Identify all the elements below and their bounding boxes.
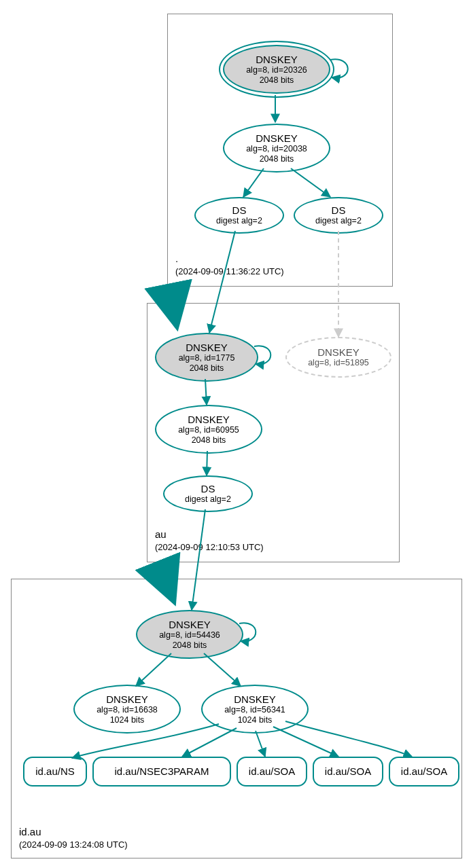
au-ksk-sub1: alg=8, id=1775 xyxy=(179,353,235,363)
root-ds2-sub1: digest alg=2 xyxy=(315,216,362,225)
au-ghost-key: DNSKEY alg=8, id=51895 xyxy=(285,337,391,378)
idau-ksk: DNSKEY alg=8, id=54436 2048 bits xyxy=(136,610,243,659)
rr-ns: id.au/NS xyxy=(23,757,87,786)
rr-soa3: id.au/SOA xyxy=(389,757,459,786)
au-ds-title: DS xyxy=(201,483,215,494)
au-ds: DS digest alg=2 xyxy=(163,475,253,512)
au-ksk: DNSKEY alg=8, id=1775 2048 bits xyxy=(155,333,258,382)
au-ksk-sub2: 2048 bits xyxy=(190,363,224,373)
zone-au-timestamp: (2024-09-09 12:10:53 UTC) xyxy=(155,542,264,552)
idau-zsk2: DNSKEY alg=8, id=56341 1024 bits xyxy=(201,685,309,734)
rr-nsec3-label: id.au/NSEC3PARAM xyxy=(115,765,209,777)
root-ds1-title: DS xyxy=(232,204,247,216)
au-ksk-title: DNSKEY xyxy=(186,342,228,353)
rr-soa2: id.au/SOA xyxy=(313,757,383,786)
zone-idau-timestamp: (2024-09-09 13:24:08 UTC) xyxy=(19,839,128,850)
rr-soa3-label: id.au/SOA xyxy=(401,765,447,777)
au-ghost-sub1: alg=8, id=51895 xyxy=(308,358,369,367)
idau-zsk2-title: DNSKEY xyxy=(234,693,276,705)
zone-root-timestamp: (2024-09-09 11:36:22 UTC) xyxy=(175,266,284,276)
idau-zsk1-sub2: 1024 bits xyxy=(110,715,145,725)
au-ds-sub1: digest alg=2 xyxy=(185,494,231,504)
idau-ksk-title: DNSKEY xyxy=(169,619,211,630)
root-ds2-title: DS xyxy=(332,204,346,216)
rr-soa1-label: id.au/SOA xyxy=(249,765,295,777)
rr-soa1: id.au/SOA xyxy=(237,757,307,786)
au-ghost-title: DNSKEY xyxy=(317,346,360,358)
au-zsk-sub2: 2048 bits xyxy=(192,435,226,445)
root-zsk: DNSKEY alg=8, id=20038 2048 bits xyxy=(223,124,330,173)
idau-ksk-sub2: 2048 bits xyxy=(173,640,207,650)
root-ksk-sub2: 2048 bits xyxy=(260,75,294,85)
rr-nsec3param: id.au/NSEC3PARAM xyxy=(92,757,231,786)
idau-zsk2-sub2: 1024 bits xyxy=(238,715,273,725)
root-ds1-sub1: digest alg=2 xyxy=(216,216,262,225)
root-ksk-title: DNSKEY xyxy=(256,54,298,65)
root-zsk-sub1: alg=8, id=20038 xyxy=(246,144,307,153)
au-zsk-sub1: alg=8, id=60955 xyxy=(178,425,239,435)
root-ksk-sub1: alg=8, id=20326 xyxy=(246,65,307,75)
zone-root-name: . xyxy=(175,253,178,264)
au-zsk: DNSKEY alg=8, id=60955 2048 bits xyxy=(155,405,262,454)
zone-idau-name: id.au xyxy=(19,826,41,837)
root-ksk: DNSKEY alg=8, id=20326 2048 bits xyxy=(223,45,330,94)
root-ds1: DS digest alg=2 xyxy=(194,197,284,234)
idau-zsk1: DNSKEY alg=8, id=16638 1024 bits xyxy=(73,685,181,734)
idau-zsk1-title: DNSKEY xyxy=(106,693,148,705)
root-ds2: DS digest alg=2 xyxy=(294,197,383,234)
root-zsk-sub2: 2048 bits xyxy=(260,154,294,164)
idau-ksk-sub1: alg=8, id=54436 xyxy=(159,630,220,640)
idau-zsk2-sub1: alg=8, id=56341 xyxy=(224,705,285,715)
rr-ns-label: id.au/NS xyxy=(35,765,75,777)
root-zsk-title: DNSKEY xyxy=(256,132,298,144)
rr-soa2-label: id.au/SOA xyxy=(325,765,371,777)
au-zsk-title: DNSKEY xyxy=(188,414,230,425)
zone-au-name: au xyxy=(155,528,167,540)
idau-zsk1-sub1: alg=8, id=16638 xyxy=(97,705,158,715)
